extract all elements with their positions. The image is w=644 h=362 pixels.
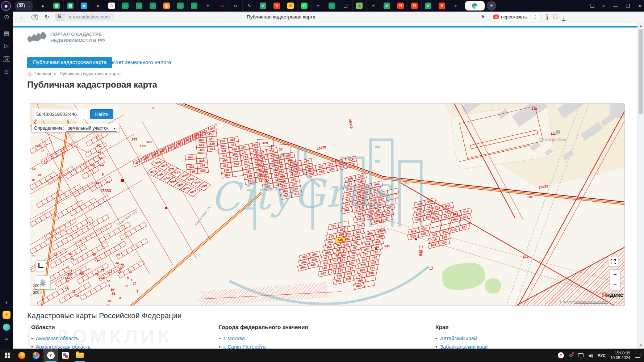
- taskbar-yandex-browser[interactable]: Y: [43, 349, 58, 362]
- retell-button[interactable]: « пересказать ⋮: [490, 13, 541, 21]
- nav-tab[interactable]: ➤: [449, 0, 463, 12]
- protect-icon[interactable]: [546, 14, 548, 20]
- address-bar[interactable]: a.roscadastres.com: [55, 13, 114, 21]
- footer-link[interactable]: г. Москва: [223, 336, 245, 341]
- parcel-cell[interactable]: 367: [158, 147, 167, 156]
- tab-counter-chip[interactable]: 32 ⌄: [15, 1, 33, 10]
- cloud-tab[interactable]: ●: [91, 0, 105, 12]
- new-tab-button[interactable]: +: [487, 1, 496, 10]
- drive-tab[interactable]: ▲: [36, 0, 50, 12]
- close-button[interactable]: ✕: [638, 3, 642, 9]
- breadcrumb-home[interactable]: Главная: [34, 71, 51, 76]
- scroll-up-icon[interactable]: ▲: [638, 24, 644, 28]
- tray-display-icon[interactable]: [578, 353, 584, 357]
- telegram-tab[interactable]: ➤: [78, 0, 91, 12]
- round-app-icon[interactable]: [0, 324, 13, 332]
- parcel-cell[interactable]: 402: [141, 154, 150, 164]
- feed-icon[interactable]: ▤: [0, 30, 13, 37]
- sparkle-tab[interactable]: ✦: [201, 0, 215, 12]
- smiley-tab[interactable]: ☺: [229, 0, 243, 12]
- cadastral-map[interactable]: 4293726930224528324229024125524328425629…: [30, 103, 625, 306]
- search-input[interactable]: [34, 110, 88, 119]
- parcel-cell[interactable]: 369: [166, 143, 175, 153]
- bookmark-icon[interactable]: ⚑: [481, 14, 485, 20]
- town-block[interactable]: [116, 239, 148, 259]
- emblem-tab[interactable]: ⚜: [367, 0, 380, 12]
- footer-link[interactable]: г. Санкт-Петербург: [223, 344, 267, 349]
- kebab-icon[interactable]: ⋮: [533, 14, 538, 20]
- scrollbar-thumb[interactable]: [639, 29, 643, 114]
- url-text[interactable]: a.roscadastres.com: [64, 13, 114, 21]
- yandex-button[interactable]: Я: [32, 14, 38, 20]
- scroll-down-icon[interactable]: ▼: [638, 344, 644, 347]
- yandex-tab[interactable]: Я: [435, 0, 449, 12]
- active-tab[interactable]: [465, 1, 485, 10]
- history-icon[interactable]: ◷: [0, 13, 13, 20]
- fullscreen-button[interactable]: [608, 257, 618, 267]
- shield-tab[interactable]: ✔: [380, 0, 394, 12]
- taskbar-firefox[interactable]: [14, 349, 29, 362]
- taskbar-chrome[interactable]: [29, 349, 43, 362]
- parcel-cell[interactable]: 376: [182, 136, 191, 146]
- domclick-tab[interactable]: ⌂: [146, 0, 160, 12]
- pdf-tab[interactable]: A: [105, 0, 119, 12]
- zoom-in-button[interactable]: +: [610, 270, 620, 280]
- domclick-tab[interactable]: ⌂: [325, 0, 339, 12]
- start-button[interactable]: [0, 349, 14, 362]
- sparkle-tab[interactable]: ✦: [311, 0, 325, 12]
- maps-tab[interactable]: ◉: [353, 0, 367, 12]
- pencil-tab[interactable]: ✎: [243, 0, 256, 12]
- back-button[interactable]: ←: [20, 14, 25, 20]
- maximize-button[interactable]: ❐: [626, 3, 630, 9]
- sheets-tab[interactable]: ▦: [64, 0, 78, 12]
- profile-avatar[interactable]: ☻: [1, 1, 11, 11]
- domclick-tab[interactable]: ⌂: [133, 0, 146, 12]
- search-button[interactable]: Найти: [90, 109, 113, 119]
- zoom-out-button[interactable]: −: [610, 280, 620, 290]
- parcel-cell[interactable]: 413: [207, 146, 218, 152]
- more-icon[interactable]: •••: [0, 337, 13, 341]
- yandex-mail-app-icon[interactable]: ✉: [0, 311, 13, 319]
- tray-volume-icon[interactable]: ◀): [588, 353, 593, 358]
- sheets-tab[interactable]: ▦: [50, 0, 64, 12]
- taskbar-photos[interactable]: [58, 349, 72, 362]
- domclick-tab[interactable]: ⌂: [174, 0, 188, 12]
- collections-icon[interactable]: ❐: [553, 14, 557, 20]
- mail-tab[interactable]: ✉: [284, 0, 298, 12]
- ru-domain-tab[interactable]: .ru: [215, 0, 229, 12]
- shield-tab[interactable]: ✔: [422, 0, 435, 12]
- whatsapp-tab[interactable]: ✆: [298, 0, 311, 12]
- filter-select[interactable]: земельный участок ▾: [66, 125, 118, 132]
- screenshot-icon[interactable]: ⊡: [0, 68, 13, 75]
- lock-icon[interactable]: [55, 13, 64, 21]
- notifications-icon[interactable]: [635, 353, 640, 358]
- yandex-tab[interactable]: Я: [270, 0, 284, 12]
- minimize-button[interactable]: —: [613, 3, 618, 9]
- parcel-cell[interactable]: 425: [197, 167, 209, 174]
- tabs-counter[interactable]: 32: [0, 55, 13, 62]
- domclick-tab[interactable]: ⌂: [188, 0, 201, 12]
- shield-tab[interactable]: ✔: [256, 0, 270, 12]
- footer-link[interactable]: Архангельская область: [36, 344, 91, 349]
- document-tab[interactable]: ❏: [339, 0, 353, 12]
- orange-app-tab[interactable]: ◍: [160, 0, 174, 12]
- language-indicator[interactable]: РУС: [598, 353, 606, 358]
- add-button[interactable]: +: [0, 299, 13, 306]
- parcel-cell[interactable]: 421: [196, 147, 208, 153]
- download-icon[interactable]: ↓: [563, 14, 565, 20]
- site-logo[interactable]: ПОРТАЛ О КАДАСТРЕ НЕДВИЖИМОСТИ В РФ: [27, 30, 105, 44]
- footer-link[interactable]: Забайкальский край: [440, 344, 488, 349]
- domclick-tab[interactable]: ⌂: [119, 0, 133, 12]
- panels-icon[interactable]: ❏: [590, 3, 594, 9]
- taskbar-clock[interactable]: 15:00:39 10.05.2024: [610, 351, 630, 360]
- footer-link[interactable]: Амурская область: [36, 336, 79, 341]
- tab-public-map[interactable]: Публичная кадастровая карта: [27, 57, 112, 68]
- attribution-terms-link[interactable]: Условия использования: [574, 300, 608, 304]
- yandex-map-logo[interactable]: Яндекс: [602, 291, 623, 299]
- yandex-tab[interactable]: Я: [394, 0, 408, 12]
- parcel-outline[interactable]: [428, 266, 433, 270]
- footer-link[interactable]: Алтайский край: [440, 336, 477, 341]
- chevron-down-icon[interactable]: ⌄: [27, 4, 30, 8]
- yandex-tab[interactable]: Я: [408, 0, 422, 12]
- video-icon[interactable]: ▷: [0, 43, 13, 49]
